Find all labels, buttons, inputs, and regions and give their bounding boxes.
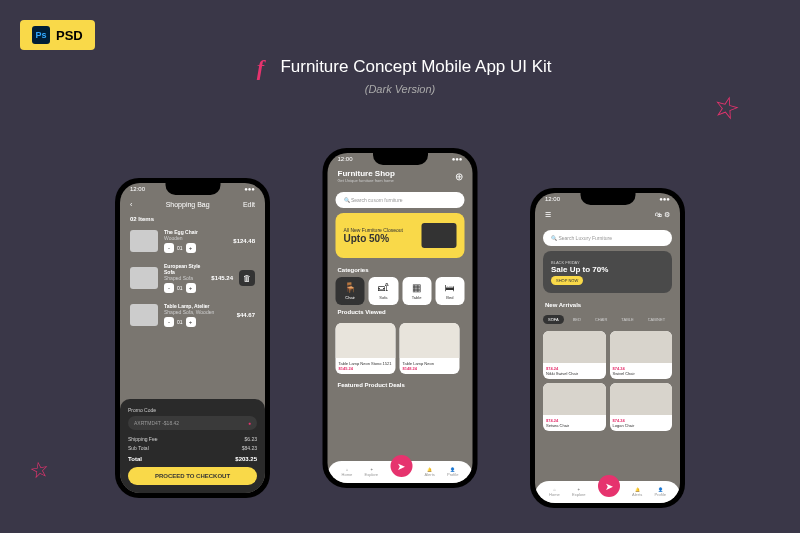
delete-icon[interactable]: 🗑 (239, 270, 255, 286)
product-price: $44.67 (237, 312, 255, 318)
status-icons: ●●● (659, 196, 670, 202)
sale-banner[interactable]: BLACK FRIDAY Sale Up to 70% SHOP NOW (543, 251, 672, 293)
product-card[interactable]: $74.24Setsea Chair (543, 383, 606, 431)
cart-item: European Style Sofa Shaped Sofa -01+ $14… (120, 258, 265, 298)
search-input[interactable]: 🔍 Search cusom furniture (336, 192, 465, 208)
qty-plus[interactable]: + (186, 283, 196, 293)
checkout-button[interactable]: PROCEED TO CHECKOUT (128, 467, 257, 485)
app-logo-icon: f (248, 55, 272, 79)
product-image (543, 331, 606, 363)
featured-title: Featured Product Deals (328, 378, 473, 392)
category-chair[interactable]: 🪑Chair (336, 277, 365, 305)
status-time: 12:00 (545, 196, 560, 202)
tab-cabinet[interactable]: CABINET (643, 315, 670, 324)
bed-icon: 🛏 (437, 282, 462, 293)
search-icon: 🔍 (551, 235, 557, 241)
product-image (130, 230, 158, 252)
shipping-value: $6.23 (244, 436, 257, 442)
nav-explore[interactable]: ✦Explore (572, 487, 586, 497)
subtitle: (Dark Version) (248, 83, 551, 95)
bottom-nav: ⌂Home ✦Explore ➤ 🔔Alerts 👤Profile (328, 461, 473, 483)
qty-plus[interactable]: + (186, 243, 196, 253)
promo-label: Promo Code (128, 407, 257, 413)
nav-profile[interactable]: 👤Profile (655, 487, 666, 497)
nav-profile[interactable]: 👤Profile (447, 467, 458, 477)
nav-fab-button[interactable]: ➤ (598, 475, 620, 497)
nav-alerts[interactable]: 🔔Alerts (425, 467, 435, 477)
phone-mockup-home: 12:00●●● Furniture Shop Get Unique furni… (323, 148, 478, 488)
qty-minus[interactable]: - (164, 243, 174, 253)
promo-discount: Upto 50% (344, 233, 403, 244)
tab-sofa[interactable]: SOFA (543, 315, 564, 324)
tab-chair[interactable]: CHAIR (590, 315, 612, 324)
product-card[interactable]: $74.24Logan Chair (610, 383, 673, 431)
product-image (400, 323, 460, 358)
product-name: Nikki Swivel Chair (546, 371, 603, 376)
categories-title: Categories (328, 263, 473, 277)
product-name: Setsea Chair (546, 423, 603, 428)
phone-mockup-cart: 12:00●●● ‹ Shopping Bag Edit 02 Items Th… (115, 178, 270, 498)
cart-icon[interactable]: 🛍 ⚙ (655, 211, 670, 219)
qty-minus[interactable]: - (164, 317, 174, 327)
category-table[interactable]: ▦Table (402, 277, 431, 305)
phone-notch (373, 153, 428, 165)
menu-icon[interactable]: ⊕ (455, 171, 463, 182)
cart-footer: Promo Code AXRTMD4T -$18.42● Shipping Fe… (120, 399, 265, 493)
menu-icon[interactable]: ☰ (545, 211, 551, 219)
nav-home[interactable]: ⌂Home (342, 467, 353, 477)
apply-icon[interactable]: ● (248, 420, 251, 426)
shop-title: Furniture Shop (338, 169, 395, 178)
banner-title: Sale Up to 70% (551, 265, 608, 274)
edit-link[interactable]: Edit (243, 201, 255, 208)
table-icon: ▦ (404, 282, 429, 293)
phone-mockup-explore: 12:00●●● ☰🛍 ⚙ 🔍 Search Luxury Furniture … (530, 188, 685, 508)
sofa-icon: 🛋 (371, 282, 396, 293)
product-sub: Wooden (164, 235, 227, 241)
total-value: $203.25 (235, 456, 257, 462)
star-icon: ☆ (709, 87, 744, 128)
product-card[interactable]: Table Lamp Neon$148.24 (400, 323, 460, 374)
product-name: Swivel Chair (613, 371, 670, 376)
cart-item: The Egg Chair Wooden -01+ $124.48 (120, 224, 265, 258)
shop-now-button[interactable]: SHOP NOW (551, 276, 583, 285)
product-image (543, 383, 606, 415)
product-price: $145.24 (211, 275, 233, 281)
product-image (610, 331, 673, 363)
shipping-label: Shipping Fee (128, 436, 157, 442)
product-image (130, 267, 158, 289)
qty-minus[interactable]: - (164, 283, 174, 293)
status-icons: ●●● (452, 156, 463, 162)
shop-subtitle: Get Unique furniture from home (338, 178, 395, 183)
tab-bed[interactable]: BED (568, 315, 586, 324)
qty-plus[interactable]: + (186, 317, 196, 327)
nav-fab-button[interactable]: ➤ (390, 455, 412, 477)
product-price: $124.48 (233, 238, 255, 244)
promo-banner[interactable]: All New Furniture Closeout Upto 50% (336, 213, 465, 258)
arrivals-title: New Arrivals (535, 298, 680, 312)
product-name: European Style Sofa (164, 263, 205, 275)
category-sofa[interactable]: 🛋Sofa (369, 277, 398, 305)
tab-table[interactable]: TABLE (616, 315, 638, 324)
product-price: $148.24 (403, 366, 457, 371)
promo-input[interactable]: AXRTMD4T -$18.42● (128, 416, 257, 430)
product-image (610, 383, 673, 415)
phone-notch (580, 193, 635, 205)
location-icon: ➤ (397, 461, 405, 472)
product-card[interactable]: $74.24Swivel Chair (610, 331, 673, 379)
product-card[interactable]: $74.24Nikki Swivel Chair (543, 331, 606, 379)
page-title: Shopping Bag (166, 201, 210, 208)
search-input[interactable]: 🔍 Search Luxury Furniture (543, 230, 672, 246)
product-image (336, 323, 396, 358)
category-bed[interactable]: 🛏Bed (435, 277, 464, 305)
viewed-title: Products Viewed (328, 305, 473, 319)
nav-home[interactable]: ⌂Home (549, 487, 560, 497)
nav-alerts[interactable]: 🔔Alerts (632, 487, 642, 497)
status-time: 12:00 (130, 186, 145, 192)
photoshop-icon: Ps (32, 26, 50, 44)
status-icons: ●●● (244, 186, 255, 192)
psd-badge: Ps PSD (20, 20, 95, 50)
nav-explore[interactable]: ✦Explore (365, 467, 379, 477)
product-image (130, 304, 158, 326)
back-icon[interactable]: ‹ (130, 201, 132, 208)
product-card[interactable]: Table Lamp Neon Stono 1521$145.24 (336, 323, 396, 374)
